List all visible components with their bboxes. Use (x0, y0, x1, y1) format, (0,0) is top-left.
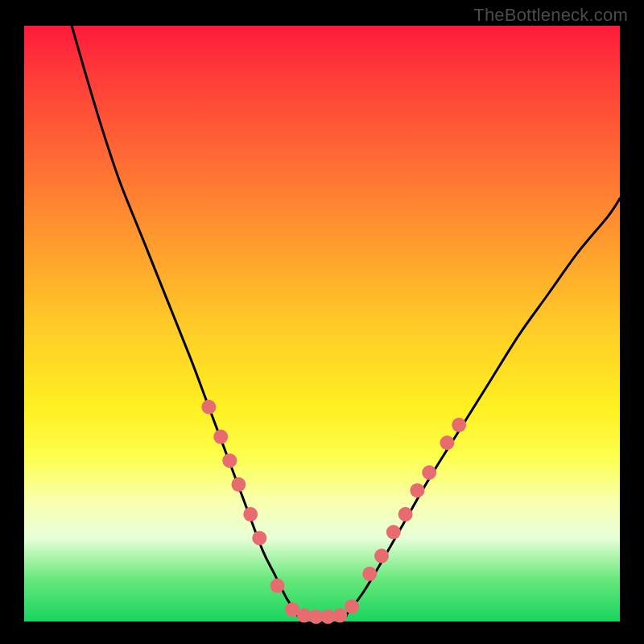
curve-marker (231, 477, 246, 492)
curve-marker (422, 465, 436, 480)
curve-marker (398, 507, 413, 522)
curve-marker (201, 400, 216, 415)
curve-marker (386, 525, 401, 539)
curve-marker (440, 436, 454, 450)
curve-marker (374, 549, 389, 564)
curve-marker (243, 507, 258, 522)
curve-marker (252, 530, 266, 545)
curve-overlay (0, 0, 644, 644)
curve-marker (213, 430, 228, 444)
bottleneck-curve (72, 26, 620, 619)
curve-marker (410, 483, 424, 497)
curve-marker (345, 600, 359, 614)
curve-marker (362, 567, 377, 581)
curve-marker (452, 418, 466, 432)
curve-marker (332, 609, 347, 623)
curve-marker (222, 453, 237, 468)
curve-marker (270, 579, 285, 593)
